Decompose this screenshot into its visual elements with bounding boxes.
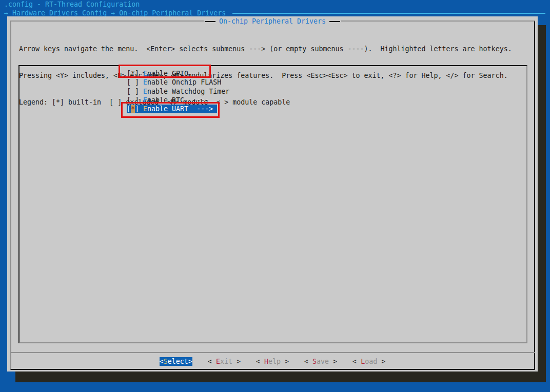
config-title: .config - RT-Thread Configuration	[4, 0, 140, 9]
button-hotkey: L	[361, 358, 365, 365]
annotation-box-uart	[121, 102, 220, 118]
button-label: elp	[268, 358, 281, 365]
dialog-shadow-right	[538, 25, 546, 382]
hotkey-letter: E	[143, 88, 147, 95]
terminal-screen: .config - RT-Thread Configuration → Hard…	[0, 0, 550, 392]
title-dash-right	[329, 21, 340, 22]
button-hotkey: E	[216, 358, 220, 365]
dialog-title-row: On-chip Peripheral Drivers	[7, 17, 538, 26]
annotation-box-gpio	[119, 65, 211, 78]
button-label: elect	[168, 358, 188, 365]
checkbox: [	[127, 88, 131, 95]
title-dash-left	[205, 21, 215, 22]
button-row: <Select> < Exit > < Help > < Save > < Lo…	[7, 357, 538, 366]
dialog-title: On-chip Peripheral Drivers	[219, 17, 326, 26]
menu-listbox	[18, 65, 527, 343]
menu-item-enable-watchdog-timer[interactable]: [ ] Enable Watchdog Timer	[127, 87, 229, 96]
help-button[interactable]: < Help >	[256, 357, 289, 366]
button-label: ave	[317, 358, 329, 365]
checkbox: [	[127, 78, 131, 86]
button-label: oad	[365, 358, 377, 365]
load-button[interactable]: < Load >	[352, 357, 385, 366]
button-label: xit	[220, 358, 232, 365]
breadcrumb-rule	[232, 13, 545, 14]
hotkey-letter: E	[143, 78, 147, 86]
button-hotkey: S	[164, 358, 168, 365]
select-button[interactable]: <Select>	[160, 357, 192, 366]
button-hotkey: S	[312, 358, 317, 365]
peripheral-drivers-dialog: On-chip Peripheral Drivers Arrow keys na…	[7, 16, 538, 372]
dialog-shadow-bottom	[15, 372, 546, 382]
instruction-line-1: Arrow keys navigate the menu. <Enter> se…	[19, 45, 512, 53]
menu-item-label: nable Watchdog Timer	[147, 88, 229, 95]
button-hotkey: H	[264, 358, 268, 365]
button-separator	[10, 352, 535, 353]
save-button[interactable]: < Save >	[304, 357, 337, 366]
menu-item-label: nable Onchip FLASH	[147, 78, 221, 86]
exit-button[interactable]: < Exit >	[208, 357, 241, 366]
menu-item-enable-onchip-flash[interactable]: [ ] Enable Onchip FLASH	[127, 78, 221, 87]
